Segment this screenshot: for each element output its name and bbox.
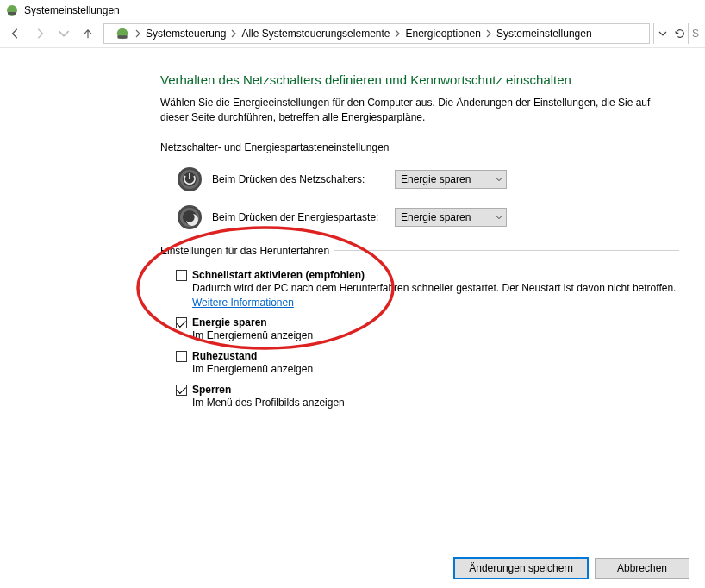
window-title: Systemeinstellungen [24, 4, 120, 16]
save-button[interactable]: Änderungen speichern [454, 558, 588, 579]
breadcrumb[interactable]: Systemsteuerung Alle Systemsteuerungsele… [103, 23, 650, 44]
checkbox-description: Im Energiemenü anzeigen [192, 362, 679, 377]
cancel-button[interactable]: Abbrechen [595, 558, 689, 579]
combo-value: Energie sparen [401, 173, 471, 185]
hibernate-item: Ruhezustand Im Energiemenü anzeigen [176, 350, 679, 377]
breadcrumb-item[interactable]: Systemsteuerung [142, 28, 229, 40]
sleep-button-label: Beim Drücken der Energiespartaste: [212, 211, 395, 223]
section-legend-power: Netzschalter- und Energiespartasteneinst… [160, 141, 679, 153]
forward-button[interactable] [29, 23, 50, 44]
power-options-icon [5, 3, 19, 17]
footer: Änderungen speichern Abbrechen [0, 547, 705, 588]
content-area: Verhalten des Netzschalters definieren u… [0, 48, 705, 410]
more-info-link[interactable]: Weitere Informationen [192, 297, 294, 309]
breadcrumb-item[interactable]: Alle Systemsteuerungselemente [238, 28, 393, 40]
breadcrumb-item[interactable]: Energieoptionen [402, 28, 484, 40]
combo-value: Energie sparen [401, 211, 471, 223]
checkbox-label: Schnellstart aktivieren (empfohlen) [192, 269, 365, 281]
power-button-row: Beim Drücken des Netzschalters: Energie … [160, 166, 679, 193]
checkbox-description: Im Menü des Profilbilds anzeigen [192, 396, 679, 410]
section-legend-label: Einstellungen für das Herunterfahren [160, 245, 329, 257]
power-button-label: Beim Drücken des Netzschalters: [212, 173, 395, 185]
checkbox-label: Energie sparen [192, 316, 267, 328]
back-button[interactable] [5, 23, 26, 44]
sleep-button-icon [176, 203, 203, 231]
search-input[interactable]: S [688, 23, 702, 44]
section-legend-label: Netzschalter- und Energiespartasteneinst… [160, 141, 390, 153]
sleep-button-combo[interactable]: Energie sparen [395, 208, 507, 227]
breadcrumb-item[interactable]: Systemeinstellungen [493, 28, 596, 40]
section-legend-shutdown: Einstellungen für das Herunterfahren [160, 245, 679, 257]
chevron-right-icon [393, 29, 402, 38]
svg-rect-1 [8, 12, 16, 15]
page-description: Wählen Sie die Energieeinstellungen für … [160, 96, 679, 126]
checkbox-description: Dadurch wird der PC nach dem Herunterfah… [192, 281, 679, 310]
chevron-right-icon [134, 29, 142, 38]
recent-dropdown-icon[interactable] [53, 23, 74, 44]
power-options-icon [115, 26, 130, 41]
checkbox-label: Sperren [192, 384, 231, 396]
up-button[interactable] [78, 23, 98, 44]
sleep-item: Energie sparen Im Energiemenü anzeigen [176, 316, 679, 343]
checkbox-description: Im Energiemenü anzeigen [192, 328, 679, 343]
address-dropdown-button[interactable] [653, 23, 671, 44]
power-button-icon [176, 166, 203, 193]
lock-item: Sperren Im Menü des Profilbilds anzeigen [176, 384, 679, 410]
titlebar: Systemeinstellungen [0, 0, 705, 19]
checkbox-label: Ruhezustand [192, 350, 257, 362]
chevron-right-icon [484, 29, 493, 38]
chevron-down-icon [496, 176, 502, 183]
lock-checkbox[interactable] [176, 385, 187, 396]
fast-startup-item: Schnellstart aktivieren (empfohlen) Dadu… [176, 269, 679, 310]
fast-startup-checkbox[interactable] [176, 270, 187, 281]
sleep-checkbox[interactable] [176, 317, 187, 328]
page-title: Verhalten des Netzschalters definieren u… [160, 72, 679, 87]
chevron-down-icon [496, 214, 502, 221]
power-button-combo[interactable]: Energie sparen [395, 170, 507, 189]
navbar: Systemsteuerung Alle Systemsteuerungsele… [0, 19, 705, 48]
svg-rect-3 [117, 35, 127, 38]
refresh-button[interactable] [671, 23, 688, 44]
hibernate-checkbox[interactable] [176, 351, 187, 362]
chevron-right-icon [229, 29, 238, 38]
sleep-button-row: Beim Drücken der Energiespartaste: Energ… [160, 203, 679, 231]
